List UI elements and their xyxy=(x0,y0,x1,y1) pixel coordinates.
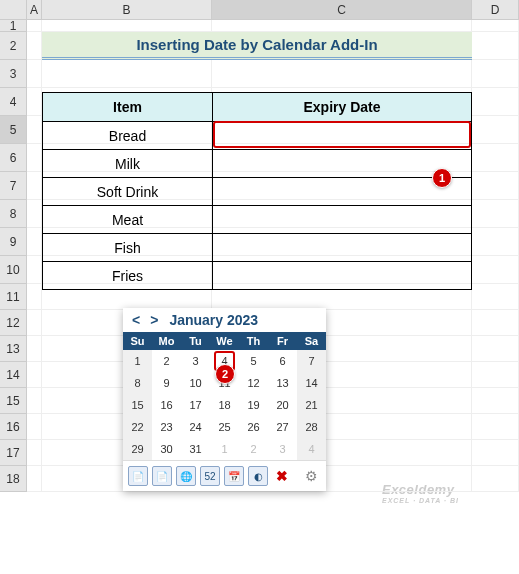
cell[interactable] xyxy=(212,20,472,32)
cell[interactable] xyxy=(27,32,42,60)
calendar-day[interactable]: 22 xyxy=(123,416,152,438)
calendar-day[interactable]: 9 xyxy=(152,372,181,394)
cell[interactable] xyxy=(42,20,212,32)
row-header-12[interactable]: 12 xyxy=(0,310,27,336)
calendar-day[interactable]: 28 xyxy=(297,416,326,438)
item-cell[interactable]: Milk xyxy=(42,150,212,178)
cell[interactable] xyxy=(42,60,212,88)
cell[interactable] xyxy=(472,144,519,172)
cell[interactable] xyxy=(472,20,519,32)
row-header-3[interactable]: 3 xyxy=(0,60,27,88)
calendar-day[interactable]: 25 xyxy=(210,416,239,438)
cell[interactable] xyxy=(27,414,42,440)
cell[interactable] xyxy=(27,88,42,116)
cell[interactable] xyxy=(27,60,42,88)
cell[interactable] xyxy=(472,88,519,116)
cell[interactable] xyxy=(27,466,42,492)
calendar-day[interactable]: 16 xyxy=(152,394,181,416)
row-header-5[interactable]: 5 xyxy=(0,116,27,144)
globe-icon[interactable]: 🌐 xyxy=(176,466,196,486)
cell[interactable] xyxy=(472,440,519,466)
cell[interactable] xyxy=(472,256,519,284)
cell[interactable] xyxy=(472,466,519,492)
calendar-day[interactable]: 2 xyxy=(152,350,181,372)
cell[interactable] xyxy=(472,60,519,88)
calendar-day[interactable]: 17 xyxy=(181,394,210,416)
row-header-18[interactable]: 18 xyxy=(0,466,27,492)
calendar-day[interactable]: 13 xyxy=(268,372,297,394)
calendar-day[interactable]: 19 xyxy=(239,394,268,416)
cell[interactable] xyxy=(472,310,519,336)
row-header-6[interactable]: 6 xyxy=(0,144,27,172)
cell[interactable] xyxy=(27,172,42,200)
header-expiry[interactable]: Expiry Date xyxy=(212,92,472,122)
cell[interactable] xyxy=(27,284,42,310)
copy-icon[interactable]: 📄 xyxy=(128,466,148,486)
cell[interactable] xyxy=(472,284,519,310)
item-cell[interactable]: Fish xyxy=(42,234,212,262)
cell[interactable] xyxy=(27,440,42,466)
expiry-cell[interactable] xyxy=(212,234,472,262)
cell[interactable] xyxy=(472,200,519,228)
cell[interactable] xyxy=(472,336,519,362)
calendar-day[interactable]: 30 xyxy=(152,438,181,460)
calendar-day[interactable]: 6 xyxy=(268,350,297,372)
item-cell[interactable]: Fries xyxy=(42,262,212,290)
row-header-11[interactable]: 11 xyxy=(0,284,27,310)
row-header-13[interactable]: 13 xyxy=(0,336,27,362)
moon-icon[interactable]: ◐ xyxy=(248,466,268,486)
row-header-2[interactable]: 2 xyxy=(0,32,27,60)
close-icon[interactable]: ✖ xyxy=(272,466,292,486)
calendar-day-next-month[interactable]: 4 xyxy=(297,438,326,460)
col-header-d[interactable]: D xyxy=(472,0,519,19)
row-header-10[interactable]: 10 xyxy=(0,256,27,284)
week-number-icon[interactable]: 52 xyxy=(200,466,220,486)
header-item[interactable]: Item xyxy=(42,92,212,122)
calendar-day-next-month[interactable]: 3 xyxy=(268,438,297,460)
cell[interactable] xyxy=(472,32,519,60)
calendar-day[interactable]: 24 xyxy=(181,416,210,438)
calendar-day[interactable]: 7 xyxy=(297,350,326,372)
col-header-a[interactable]: A xyxy=(27,0,42,19)
cell[interactable] xyxy=(27,200,42,228)
expiry-cell[interactable] xyxy=(212,206,472,234)
calendar-day[interactable]: 15 xyxy=(123,394,152,416)
calendar-day[interactable]: 29 xyxy=(123,438,152,460)
cell[interactable] xyxy=(27,362,42,388)
cell[interactable] xyxy=(472,116,519,144)
row-header-4[interactable]: 4 xyxy=(0,88,27,116)
cell[interactable] xyxy=(27,116,42,144)
cell[interactable] xyxy=(27,20,42,32)
calendar-day[interactable]: 3 xyxy=(181,350,210,372)
calendar-day[interactable]: 10 xyxy=(181,372,210,394)
expiry-cell[interactable] xyxy=(212,122,472,150)
row-header-14[interactable]: 14 xyxy=(0,362,27,388)
calendar-day[interactable]: 27 xyxy=(268,416,297,438)
cell[interactable] xyxy=(472,362,519,388)
row-header-8[interactable]: 8 xyxy=(0,200,27,228)
calendar-day[interactable]: 5 xyxy=(239,350,268,372)
calendar-day[interactable]: 18 xyxy=(210,394,239,416)
row-header-17[interactable]: 17 xyxy=(0,440,27,466)
row-header-15[interactable]: 15 xyxy=(0,388,27,414)
cell[interactable] xyxy=(472,414,519,440)
item-cell[interactable]: Bread xyxy=(42,122,212,150)
expiry-cell[interactable] xyxy=(212,262,472,290)
calendar-day[interactable]: 8 xyxy=(123,372,152,394)
copy-range-icon[interactable]: 📄 xyxy=(152,466,172,486)
calendar-day[interactable]: 26 xyxy=(239,416,268,438)
calendar-day[interactable]: 1 xyxy=(123,350,152,372)
calendar-day[interactable]: 23 xyxy=(152,416,181,438)
row-header-7[interactable]: 7 xyxy=(0,172,27,200)
calendar-title[interactable]: January 2023 xyxy=(169,312,258,328)
item-cell[interactable]: Meat xyxy=(42,206,212,234)
cell[interactable] xyxy=(472,228,519,256)
calendar-day[interactable]: 20 xyxy=(268,394,297,416)
calendar-prev-button[interactable]: < xyxy=(129,312,143,328)
calendar-day[interactable]: 31 xyxy=(181,438,210,460)
calendar-day[interactable]: 21 xyxy=(297,394,326,416)
row-header-1[interactable]: 1 xyxy=(0,20,27,32)
calendar-next-button[interactable]: > xyxy=(147,312,161,328)
cell[interactable] xyxy=(27,144,42,172)
cell[interactable] xyxy=(27,256,42,284)
